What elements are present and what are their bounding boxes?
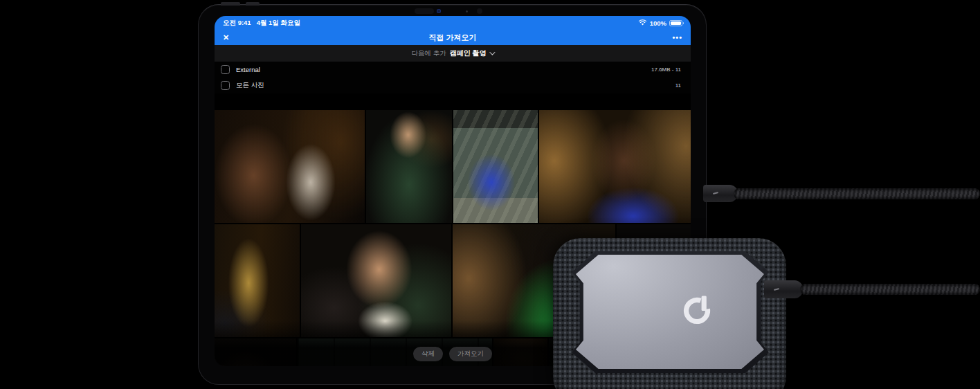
photo-yellow-jacket-standing[interactable] <box>215 224 300 337</box>
status-date: 4월 1일 화요일 <box>257 19 300 26</box>
all-photos-checkbox[interactable] <box>221 81 230 90</box>
import-button[interactable]: 가져오기 <box>449 347 492 361</box>
source-label: External <box>236 66 260 73</box>
source-row-all-photos: 모든 사진 11 <box>215 78 691 93</box>
close-button[interactable]: ✕ <box>223 34 229 42</box>
source-meta: 11 <box>675 82 681 89</box>
more-button[interactable]: ••• <box>672 34 682 42</box>
g-technology-logo-icon <box>681 294 713 326</box>
sensor-ring <box>477 8 482 14</box>
external-checkbox[interactable] <box>221 65 230 74</box>
cable-logo-mark <box>774 288 779 291</box>
volume-up-button <box>221 2 240 6</box>
usb-c-connector-drive <box>764 280 803 298</box>
photo-blue-hoodie-building[interactable] <box>453 110 538 223</box>
chevron-down-icon <box>490 49 496 55</box>
album-selector[interactable]: 다음에 추가 캠페인 촬영 <box>215 45 691 62</box>
status-time: 오전 9:41 <box>223 19 251 26</box>
source-row-external: External 17.6MB - 11 <box>215 62 691 78</box>
photo-portrait-pair-dark[interactable] <box>215 110 365 223</box>
import-toolbar: ✕ 직접 가져오기 ••• <box>215 30 691 45</box>
status-bar: 오전 9:414월 1일 화요일 100% <box>215 16 691 30</box>
album-name: 캠페인 촬영 <box>450 48 487 58</box>
front-camera-icon <box>437 9 441 13</box>
photo-face-closeup-rocks[interactable] <box>539 110 691 223</box>
page-title: 직접 가져오기 <box>215 33 691 43</box>
battery-percent: 100% <box>650 19 666 27</box>
delete-button[interactable]: 삭제 <box>413 347 443 361</box>
scene: 오전 9:414월 1일 화요일 100% ✕ 직접 가져오기 ••• <box>0 0 980 389</box>
source-label: 모든 사진 <box>236 81 264 90</box>
braided-cable-bottom <box>800 284 980 295</box>
source-meta: 17.6MB - 11 <box>651 66 681 73</box>
photo-curly-hair-turtleneck[interactable] <box>301 224 451 337</box>
drive-metal-plate <box>576 255 764 369</box>
wifi-icon <box>638 19 647 26</box>
sensor-dot <box>466 10 468 12</box>
cable-logo-mark <box>713 192 718 194</box>
braided-cable-top <box>734 188 980 199</box>
front-camera-pill <box>415 8 434 14</box>
battery-icon <box>669 20 682 26</box>
external-ssd-drive <box>553 238 786 389</box>
usb-c-connector-ipad <box>703 185 738 202</box>
photo-green-leather-coat[interactable] <box>366 110 451 223</box>
album-prefix-label: 다음에 추가 <box>412 49 446 58</box>
volume-down-button <box>246 2 260 6</box>
